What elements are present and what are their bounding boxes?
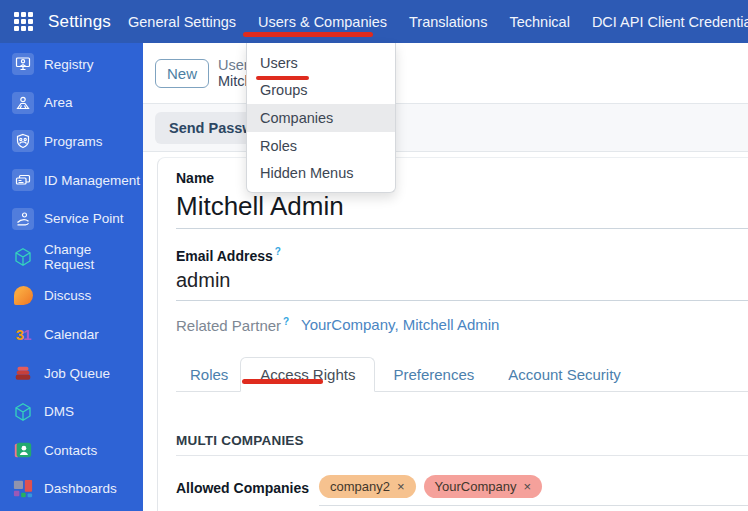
app-title: Settings: [48, 12, 111, 32]
sidebar-item-id-management[interactable]: ID Management: [0, 161, 143, 200]
sidebar-item-change-request[interactable]: Change Request: [0, 238, 143, 277]
sidebar-item-area[interactable]: Area: [0, 84, 143, 123]
area-icon: [12, 92, 34, 114]
menu-item-users[interactable]: Users: [247, 49, 395, 77]
breadcrumb-bar: New Users Mitchell Admin: [143, 43, 748, 103]
settings-app-screen: Settings General Settings Users & Compan…: [0, 0, 748, 511]
main-content: New Users Mitchell Admin Send Passw Name…: [143, 43, 748, 511]
red-underline-annotation-users: [256, 76, 309, 80]
sidebar-item-contacts[interactable]: Contacts: [0, 431, 143, 470]
form-statusbar: Send Passw: [143, 103, 748, 152]
calendar-icon: 31: [12, 323, 34, 345]
nav-item-users-companies[interactable]: Users & Companies: [247, 14, 398, 30]
email-field-group: Email Address? admin: [176, 246, 748, 301]
registry-icon: [12, 53, 34, 75]
remove-tag-icon[interactable]: ×: [397, 479, 405, 494]
sidebar-item-label: Service Point: [44, 211, 124, 226]
programs-icon: [12, 130, 34, 152]
email-input[interactable]: admin: [176, 264, 748, 301]
menu-item-companies[interactable]: Companies: [247, 104, 395, 132]
dms-cube-icon: [12, 401, 34, 423]
related-partner-row: Related Partner? YourCompany, Mitchell A…: [176, 316, 748, 334]
job-queue-icon: [12, 362, 34, 384]
top-navbar: Settings General Settings Users & Compan…: [0, 0, 748, 43]
tab-account-security[interactable]: Account Security: [492, 358, 637, 391]
nav-item-dci-api-client-credentials[interactable]: DCI API Client Credentials: [581, 14, 748, 30]
nav-item-technical[interactable]: Technical: [498, 14, 580, 30]
notebook-tabs: Roles Access Rights Preferences Account …: [176, 357, 748, 392]
sidebar-item-label: Calendar: [44, 327, 99, 342]
help-tooltip-icon: ?: [283, 316, 289, 327]
sidebar-item-dashboards[interactable]: Dashboards: [0, 470, 143, 509]
company-tag[interactable]: YourCompany×: [424, 475, 543, 498]
sidebar-item-registry[interactable]: Registry: [0, 45, 143, 84]
red-underline-annotation-access-rights: [242, 379, 323, 384]
users-companies-dropdown-menu: Users Groups Companies Roles Hidden Menu…: [246, 43, 396, 193]
sidebar-item-label: Job Queue: [44, 366, 110, 381]
sidebar-item-label: Change Request: [44, 242, 143, 272]
related-partner-label: Related Partner?: [176, 316, 301, 334]
allowed-companies-label: Allowed Companies: [176, 475, 319, 496]
sidebar-item-job-queue[interactable]: Job Queue: [0, 354, 143, 393]
sidebar-item-label: Programs: [44, 134, 103, 149]
email-field-label: Email Address?: [176, 246, 748, 264]
app-sidebar: Registry Area Programs: [0, 43, 143, 511]
menu-item-groups[interactable]: Groups: [247, 77, 395, 105]
sidebar-item-label: Registry: [44, 57, 94, 72]
access-rights-tab-pane: MULTI COMPANIES Allowed Companies compan…: [176, 392, 748, 506]
sidebar-item-dms[interactable]: DMS: [0, 392, 143, 431]
allowed-companies-tags-input[interactable]: company2× YourCompany×: [319, 475, 748, 506]
form-sheet: Name Mitchell Admin Email Address? admin…: [157, 157, 748, 511]
help-tooltip-icon: ?: [275, 246, 281, 257]
company-tag[interactable]: company2×: [319, 475, 416, 498]
sidebar-item-calendar[interactable]: 31 Job Queue Calendar: [0, 315, 143, 354]
new-button[interactable]: New: [155, 59, 209, 88]
contacts-icon: [12, 439, 34, 461]
sidebar-item-label: Contacts: [44, 443, 97, 458]
remove-tag-icon[interactable]: ×: [523, 479, 531, 494]
sidebar-item-label: Discuss: [44, 288, 91, 303]
multi-companies-section-title: MULTI COMPANIES: [176, 433, 748, 456]
dashboards-icon: [12, 478, 34, 500]
sidebar-item-label: DMS: [44, 404, 74, 419]
related-partner-link[interactable]: YourCompany, Mitchell Admin: [301, 316, 499, 333]
sidebar-item-discuss[interactable]: Discuss: [0, 277, 143, 316]
sidebar-item-label: Area: [44, 95, 73, 110]
discuss-icon: [12, 285, 34, 307]
allowed-companies-row: Allowed Companies company2× YourCompany×: [176, 475, 748, 506]
menu-item-hidden-menus[interactable]: Hidden Menus: [247, 159, 395, 187]
sidebar-item-service-point[interactable]: Service Point: [0, 199, 143, 238]
id-management-icon: [12, 169, 34, 191]
menu-item-roles[interactable]: Roles: [247, 132, 395, 160]
nav-item-translations[interactable]: Translations: [398, 14, 498, 30]
tab-preferences[interactable]: Preferences: [377, 358, 490, 391]
navbar-menu: General Settings Users & Companies Trans…: [117, 0, 748, 43]
red-underline-annotation-users-companies: [243, 32, 373, 37]
service-point-icon: [12, 208, 34, 230]
apps-grid-icon[interactable]: [14, 12, 33, 31]
tab-roles[interactable]: Roles: [178, 358, 240, 391]
nav-item-general-settings[interactable]: General Settings: [117, 14, 247, 30]
sidebar-item-programs[interactable]: Programs: [0, 122, 143, 161]
sidebar-item-label: ID Management: [44, 173, 140, 188]
tab-access-rights[interactable]: Access Rights: [240, 357, 375, 392]
sidebar-item-label: Dashboards: [44, 481, 117, 496]
change-request-cube-icon: [12, 246, 34, 268]
